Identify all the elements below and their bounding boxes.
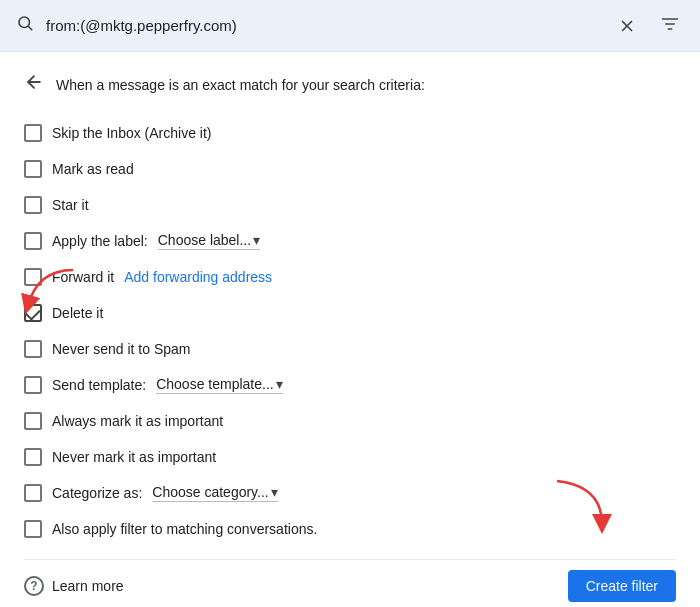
label-never-important: Never mark it as important (52, 449, 216, 465)
chevron-down-icon-categorize: ▾ (271, 484, 278, 500)
back-button[interactable] (24, 72, 44, 97)
criteria-description: When a message is an exact match for you… (56, 77, 425, 93)
filter-row-delete-it: Delete it (24, 295, 676, 331)
search-query-text: from:(@mktg.pepperfry.com) (46, 17, 602, 34)
checkbox-never-important[interactable] (24, 448, 42, 466)
filter-options-button[interactable] (656, 10, 684, 42)
filter-row-skip-inbox: Skip the Inbox (Archive it) (24, 115, 676, 151)
svg-line-1 (28, 26, 31, 29)
checkbox-never-spam[interactable] (24, 340, 42, 358)
filter-row-never-important: Never mark it as important (24, 439, 676, 475)
apply-label-dropdown[interactable]: Choose label... ▾ (158, 232, 260, 250)
checkbox-star-it[interactable] (24, 196, 42, 214)
checkbox-always-important[interactable] (24, 412, 42, 430)
search-bar: from:(@mktg.pepperfry.com) (0, 0, 700, 52)
search-icon (16, 14, 34, 37)
label-mark-as-read: Mark as read (52, 161, 134, 177)
checkbox-send-template[interactable] (24, 376, 42, 394)
label-categorize: Categorize as: (52, 485, 142, 501)
categorize-dropdown[interactable]: Choose category... ▾ (152, 484, 277, 502)
filter-row-never-spam: Never send it to Spam (24, 331, 676, 367)
filter-row-always-important: Always mark it as important (24, 403, 676, 439)
add-forwarding-address-link[interactable]: Add forwarding address (124, 269, 272, 285)
label-star-it: Star it (52, 197, 89, 213)
chevron-down-icon: ▾ (253, 232, 260, 248)
label-skip-inbox: Skip the Inbox (Archive it) (52, 125, 212, 141)
label-also-apply: Also apply filter to matching conversati… (52, 521, 317, 537)
checkbox-apply-label[interactable] (24, 232, 42, 250)
label-send-template: Send template: (52, 377, 146, 393)
checkbox-mark-as-read[interactable] (24, 160, 42, 178)
learn-more-text: Learn more (52, 578, 124, 594)
filter-row-send-template: Send template: Choose template... ▾ (24, 367, 676, 403)
categorize-placeholder: Choose category... (152, 484, 268, 500)
apply-label-placeholder: Choose label... (158, 232, 251, 248)
label-always-important: Always mark it as important (52, 413, 223, 429)
label-never-spam: Never send it to Spam (52, 341, 191, 357)
arrow-delete-indicator (18, 265, 88, 324)
arrow-create-filter-indicator (547, 476, 612, 545)
send-template-dropdown[interactable]: Choose template... ▾ (156, 376, 283, 394)
learn-more-link[interactable]: ? Learn more (24, 576, 124, 596)
filter-row-forward-it: Forward it Add forwarding address (24, 259, 676, 295)
filter-row-star-it: Star it (24, 187, 676, 223)
search-close-button[interactable] (614, 13, 640, 39)
label-apply-label: Apply the label: (52, 233, 148, 249)
create-filter-button[interactable]: Create filter (568, 570, 676, 602)
dialog-footer: ? Learn more Create filter (24, 559, 676, 602)
checkbox-skip-inbox[interactable] (24, 124, 42, 142)
filter-row-mark-as-read: Mark as read (24, 151, 676, 187)
checkbox-also-apply[interactable] (24, 520, 42, 538)
chevron-down-icon-template: ▾ (276, 376, 283, 392)
filter-row-apply-label: Apply the label: Choose label... ▾ (24, 223, 676, 259)
help-icon: ? (24, 576, 44, 596)
send-template-placeholder: Choose template... (156, 376, 274, 392)
back-row: When a message is an exact match for you… (24, 72, 676, 97)
checkbox-categorize[interactable] (24, 484, 42, 502)
